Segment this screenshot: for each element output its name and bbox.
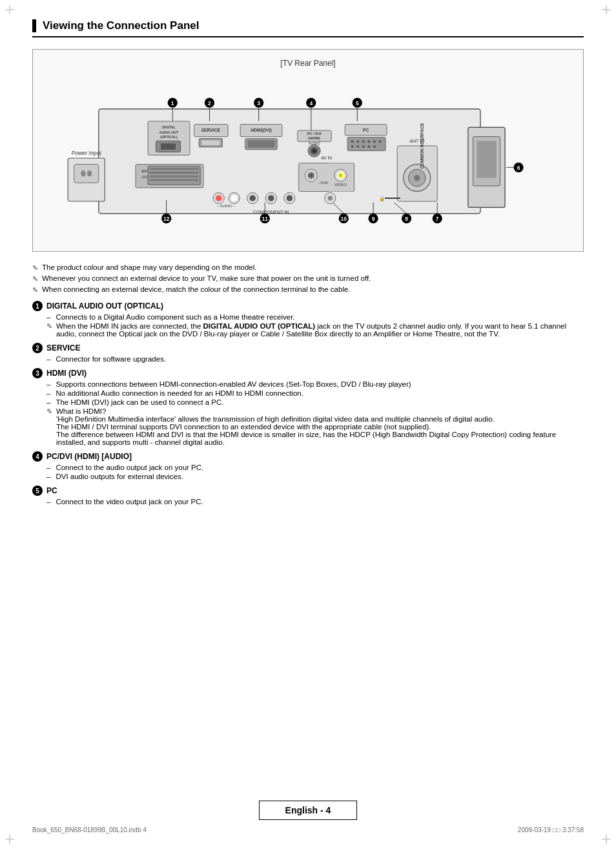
section-5: 5 PC – Connect to the video output jack … (32, 486, 584, 506)
svg-point-87 (414, 175, 420, 181)
section-1-note-1-text: When the HDMI IN jacks are connected, th… (56, 322, 584, 338)
section-5-number: 5 (32, 486, 43, 496)
section-2: 2 SERVICE – Connector for software upgra… (32, 343, 584, 363)
svg-text:3: 3 (257, 100, 260, 107)
bullet-dash-3a: – (46, 380, 50, 388)
svg-point-59 (351, 145, 354, 148)
svg-point-53 (351, 140, 354, 143)
svg-text:HDMI(DVI): HDMI(DVI) (251, 128, 272, 133)
svg-text:4: 4 (309, 100, 313, 107)
svg-text:COMMON INTERFACE: COMMON INTERFACE (420, 123, 424, 169)
header-bar-decoration (32, 19, 36, 32)
section-5-body: – Connect to the video output jack on yo… (46, 498, 584, 506)
bullet-dash-2: – (46, 355, 50, 363)
svg-rect-69 (150, 172, 198, 174)
tv-panel-label: [TV Rear Panel] (43, 59, 573, 68)
section-5-title: PC (46, 486, 57, 495)
section-3-bullet-2-text: No additional Audio connection is needed… (56, 389, 303, 397)
section-5-bullet-1: – Connect to the video output jack on yo… (46, 498, 584, 506)
svg-text:1: 1 (171, 100, 174, 107)
svg-point-82 (339, 174, 343, 178)
section-3-header: 3 HDMI (DVI) (32, 368, 584, 378)
svg-text:(HDMI): (HDMI) (308, 136, 320, 140)
note-line-1: ✎ The product colour and shape may vary … (32, 263, 584, 272)
footer-date: 2009-03-19 □□ 3:37:58 (518, 826, 584, 834)
section-2-bullet-1: – Connector for software upgrades. (46, 355, 584, 363)
section-1-body: – Connects to a Digital Audio component … (46, 313, 584, 338)
section-3-note-1: ✎ What is HDMI? 'High Definition Multime… (46, 407, 584, 446)
section-1: 1 DIGITAL AUDIO OUT (OPTICAL) – Connects… (32, 301, 584, 338)
section-4: 4 PC/DVI (HDMI) [AUDIO] – Connect to the… (32, 451, 584, 480)
section-4-number: 4 (32, 451, 43, 462)
section-3-note-text: What is HDMI? 'High Definition Multimedi… (56, 407, 584, 446)
page-footer: English - 4 Book_650_BN68-01899B_00L10.i… (0, 801, 616, 836)
svg-text:9: 9 (372, 216, 375, 222)
section-5-bullet-1-text: Connect to the video output jack on your… (56, 498, 203, 506)
svg-text:Power Input: Power Input (72, 150, 101, 156)
svg-text:AUDIO OUT: AUDIO OUT (159, 130, 179, 134)
svg-text:6: 6 (517, 165, 520, 171)
svg-rect-11 (74, 165, 99, 183)
crosshair-br-icon (602, 835, 611, 844)
svg-text:12: 12 (163, 216, 170, 222)
svg-rect-34 (161, 143, 176, 150)
svg-text:PC: PC (363, 128, 369, 132)
tv-panel-diagram-box: [TV Rear Panel] Power Input 1 2 (32, 49, 584, 252)
section-2-body: – Connector for software upgrades. (46, 355, 584, 363)
bullet-dash-5: – (46, 498, 50, 506)
bullet-dash: – (46, 313, 50, 321)
footer-file: Book_650_BN68-01899B_00L10.indb 4 (32, 826, 147, 834)
bullet-dash-3c: – (46, 398, 50, 406)
notes-section: ✎ The product colour and shape may vary … (32, 263, 584, 294)
section-3-bullet-2: – No additional Audio connection is need… (46, 389, 584, 397)
svg-text:PC / DVI: PC / DVI (307, 132, 322, 136)
note-text-2: Whenever you connect an external device … (42, 274, 371, 282)
page-title: Viewing the Connection Panel (43, 19, 199, 32)
bullet-dash-4a: – (46, 464, 50, 471)
svg-text:AV IN: AV IN (321, 156, 332, 160)
section-4-title: PC/DVI (HDMI) [AUDIO] (46, 452, 132, 461)
svg-rect-68 (150, 168, 198, 170)
svg-point-116 (216, 195, 222, 201)
note-icon-3: ✎ (32, 286, 38, 294)
svg-point-58 (379, 140, 382, 143)
note-line-2: ✎ Whenever you connect an external devic… (32, 274, 584, 283)
svg-rect-38 (201, 140, 220, 145)
svg-rect-42 (248, 140, 275, 147)
section-3-body: – Supports connections between HDMI-conn… (46, 380, 584, 446)
svg-text:DIGITAL: DIGITAL (162, 125, 176, 129)
section-1-note-1: ✎ When the HDMI IN jacks are connected, … (46, 322, 584, 338)
section-2-title: SERVICE (46, 343, 80, 353)
svg-text:8: 8 (405, 216, 408, 222)
section-2-bullet-1-text: Connector for software upgrades. (56, 355, 166, 363)
section-4-bullet-1-text: Connect to the audio output jack on your… (56, 464, 203, 471)
section-1-bullet-1-text: Connects to a Digital Audio component su… (56, 313, 294, 321)
svg-point-56 (367, 140, 370, 143)
note-sub-icon: ✎ (46, 322, 52, 331)
svg-rect-52 (347, 138, 385, 151)
section-3: 3 HDMI (DVI) – Supports connections betw… (32, 368, 584, 446)
crosshair-tr-icon (602, 5, 611, 14)
section-3-bullet-3: – The HDMI (DVI) jack can be used to con… (46, 398, 584, 406)
section-1-header: 1 DIGITAL AUDIO OUT (OPTICAL) (32, 301, 584, 311)
note-icon-2: ✎ (32, 275, 38, 283)
svg-text:(OPTICAL): (OPTICAL) (160, 135, 178, 139)
svg-text:2: 2 (208, 100, 211, 107)
svg-point-57 (373, 140, 376, 143)
section-4-header: 4 PC/DVI (HDMI) [AUDIO] (32, 451, 584, 462)
svg-point-63 (373, 145, 376, 148)
section-3-bullet-1-text: Supports connections between HDMI-connec… (56, 380, 411, 388)
svg-point-12 (81, 170, 86, 177)
svg-point-62 (367, 145, 370, 148)
svg-point-120 (249, 195, 256, 201)
section-3-bullet-3-text: The HDMI (DVI) jack can be used to conne… (56, 398, 223, 406)
page-container: Viewing the Connection Panel [TV Rear Pa… (0, 0, 616, 849)
svg-text:7: 7 (436, 216, 439, 222)
section-4-body: – Connect to the audio output jack on yo… (46, 464, 584, 480)
svg-point-118 (231, 195, 238, 201)
footer-info: Book_650_BN68-01899B_00L10.indb 4 2009-0… (0, 824, 616, 836)
svg-point-124 (287, 195, 293, 201)
svg-rect-91 (477, 141, 497, 178)
note-text-3: When connecting an external device, matc… (42, 285, 351, 293)
svg-text:5: 5 (356, 100, 359, 107)
